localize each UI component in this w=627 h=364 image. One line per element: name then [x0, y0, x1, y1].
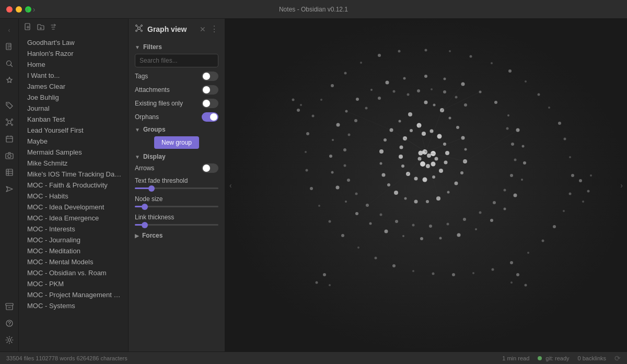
list-item[interactable]: MOC - Mental Models [19, 256, 128, 267]
svg-point-149 [455, 96, 458, 99]
list-item[interactable]: MOC - Interests [19, 224, 128, 234]
close-button[interactable] [6, 6, 13, 13]
collapse-left-icon[interactable]: ‹ [229, 181, 232, 190]
file-panel-header [19, 19, 128, 37]
svg-rect-8 [6, 136, 13, 142]
node-size-label: Node size [135, 195, 218, 203]
list-item[interactable]: Goodhart's Law [19, 37, 128, 48]
list-item[interactable]: Kanban Test [19, 114, 128, 125]
send-icon[interactable] [2, 182, 17, 196]
calendar-icon[interactable] [2, 132, 17, 146]
svg-point-160 [429, 225, 432, 228]
svg-point-130 [401, 165, 404, 168]
new-folder-icon[interactable] [37, 23, 45, 33]
more-options-icon[interactable]: ⋮ [210, 24, 218, 34]
tags-toggle-row: Tags [135, 72, 218, 81]
forward-arrow[interactable]: › [33, 5, 36, 14]
svg-point-52 [310, 187, 313, 190]
close-panel-icon[interactable]: ✕ [200, 25, 206, 33]
tags-toggle[interactable] [202, 72, 218, 81]
list-item[interactable]: Joe Buhlig [19, 92, 128, 103]
display-section-header[interactable]: ▼ Display [135, 153, 218, 160]
collapse-sidebar-icon[interactable]: ‹ [2, 23, 17, 38]
collapse-right-icon[interactable]: › [620, 181, 623, 190]
list-item[interactable]: MOC - Idea Emergence [19, 213, 128, 224]
list-item[interactable]: MOC - Idea Development [19, 202, 128, 213]
list-item[interactable]: MOC - Meditation [19, 245, 128, 256]
sync-icon[interactable]: ⟳ [614, 354, 621, 362]
list-item[interactable]: MOC - Systems [19, 300, 128, 311]
files-icon[interactable] [2, 40, 17, 54]
svg-point-123 [445, 151, 449, 155]
filters-section-header[interactable]: ▼ Filters [135, 43, 218, 51]
star-icon[interactable] [2, 73, 17, 88]
svg-point-176 [582, 201, 584, 203]
svg-point-64 [444, 78, 446, 80]
minimize-button[interactable] [16, 6, 22, 13]
list-item[interactable]: Home [19, 59, 128, 70]
new-group-button[interactable]: New group [154, 136, 199, 149]
table-icon[interactable] [2, 165, 17, 180]
list-item[interactable]: Lead Yourself First [19, 125, 128, 136]
svg-point-31 [558, 122, 561, 125]
search-icon[interactable] [2, 56, 17, 71]
groups-section-header[interactable]: ▼ Groups [135, 126, 218, 133]
svg-point-180 [300, 104, 302, 106]
list-item[interactable]: Journal [19, 103, 128, 114]
list-item[interactable]: MOC - Project Management vs. T [19, 289, 128, 300]
orphans-toggle[interactable] [202, 112, 218, 122]
camera-icon[interactable] [2, 148, 17, 163]
node-size-track[interactable] [135, 206, 218, 207]
display-label: Display [143, 153, 166, 160]
svg-point-68 [507, 114, 509, 116]
archive-icon[interactable] [2, 299, 17, 314]
svg-point-61 [378, 54, 381, 57]
svg-point-153 [514, 159, 517, 161]
svg-point-57 [320, 99, 322, 101]
search-input[interactable] [135, 54, 218, 67]
graph-icon[interactable] [2, 115, 17, 130]
tag-icon[interactable] [2, 98, 17, 113]
existing-files-label: Existing files only [135, 100, 183, 107]
list-item[interactable]: Maybe [19, 136, 128, 147]
svg-point-99 [456, 126, 459, 129]
backlinks-count: 0 backlinks [578, 355, 606, 361]
help-icon[interactable] [2, 316, 17, 331]
existing-files-toggle[interactable] [202, 99, 218, 108]
arrows-toggle[interactable] [202, 163, 218, 173]
list-item[interactable]: MOC - Habits [19, 191, 128, 202]
link-thickness-track[interactable] [135, 224, 218, 226]
list-item[interactable]: I Want to... [19, 70, 128, 81]
svg-point-85 [336, 186, 340, 190]
list-item[interactable]: James Clear [19, 81, 128, 92]
svg-point-120 [430, 130, 434, 133]
graph-panel-header: Graph view ✕ ⋮ [129, 19, 225, 39]
graph-canvas[interactable]: › ‹ [225, 19, 627, 351]
filters-chevron-icon: ▼ [135, 44, 140, 50]
svg-point-45 [412, 270, 414, 272]
list-item[interactable]: MOC - Faith & Productivity [19, 180, 128, 191]
settings-icon[interactable] [2, 333, 17, 347]
back-arrow[interactable]: ‹ [26, 5, 29, 14]
list-item[interactable]: MOC - Obsidian vs. Roam [19, 267, 128, 278]
attachments-label: Attachments [135, 86, 170, 93]
list-item[interactable]: Mike Schmitz [19, 158, 128, 169]
list-item[interactable]: Mermaid Samples [19, 147, 128, 158]
svg-point-82 [369, 222, 372, 225]
svg-point-173 [393, 90, 396, 93]
svg-point-67 [494, 101, 497, 104]
forces-section-header[interactable]: ▶ Forces [135, 232, 218, 239]
list-item[interactable]: Mike's IOS Time Tracking Dashb... [19, 169, 128, 180]
sort-icon[interactable] [49, 23, 57, 33]
svg-point-137 [427, 154, 431, 158]
text-fade-track[interactable] [135, 187, 218, 189]
list-item[interactable]: MOC - Journaling [19, 234, 128, 245]
attachments-toggle[interactable] [202, 85, 218, 95]
svg-point-168 [343, 148, 346, 151]
list-item[interactable]: Hanlon's Razor [19, 48, 128, 59]
new-file-icon[interactable] [24, 23, 32, 33]
svg-point-186 [329, 284, 331, 286]
display-chevron-icon: ▼ [135, 154, 140, 160]
main-layout: ‹ [0, 19, 627, 351]
list-item[interactable]: MOC - PKM [19, 278, 128, 289]
